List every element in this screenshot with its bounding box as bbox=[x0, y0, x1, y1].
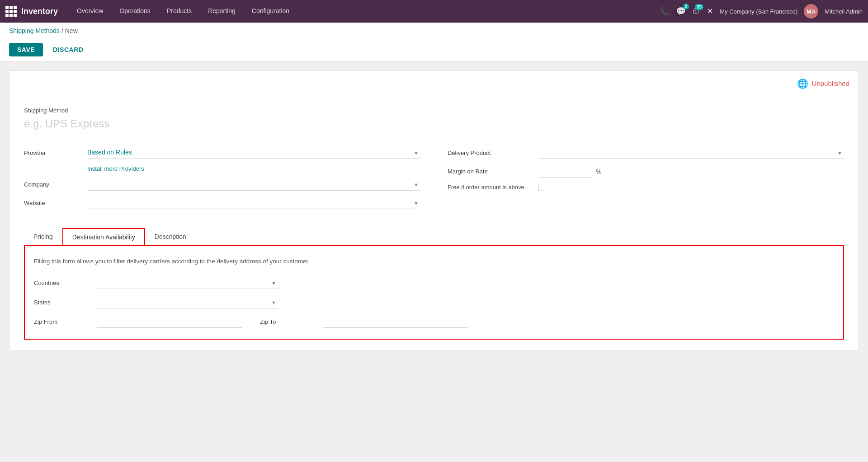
top-menu: Overview Operations Products Reporting C… bbox=[69, 0, 660, 23]
margin-rate-row: Margin on Rate 0.00 % bbox=[448, 165, 844, 177]
zip-to-input[interactable] bbox=[323, 316, 468, 328]
right-column: Delivery Product ▼ Margin on Rate 0.00 bbox=[448, 147, 844, 215]
main-content: 🌐 Unpublished Shipping Method Provider bbox=[0, 61, 868, 360]
tab-description[interactable]: Description bbox=[145, 228, 196, 245]
shipping-method-label: Shipping Method bbox=[24, 107, 844, 114]
messages-icon[interactable]: 💬 2 bbox=[676, 6, 686, 16]
margin-rate-field: 0.00 % bbox=[538, 165, 844, 177]
app-name[interactable]: Inventory bbox=[21, 7, 58, 16]
timer-badge: 39 bbox=[695, 4, 703, 10]
company-label: Company bbox=[24, 181, 87, 188]
free-if-field bbox=[538, 184, 844, 191]
website-select[interactable] bbox=[87, 197, 420, 209]
menu-operations[interactable]: Operations bbox=[111, 0, 158, 23]
unpublished-label: Unpublished bbox=[812, 79, 849, 87]
zip-from-label: Zip From bbox=[34, 318, 97, 325]
form-grid: Provider Based on Rules ▼ Install more P… bbox=[24, 147, 844, 215]
company-row: Company ▼ bbox=[24, 178, 420, 191]
tab-destination-availability[interactable]: Destination Availability bbox=[62, 228, 145, 245]
zip-to-pair: Zip To bbox=[260, 316, 468, 328]
company-name[interactable]: My Company (San Francisco) bbox=[720, 8, 797, 15]
menu-reporting[interactable]: Reporting bbox=[200, 0, 244, 23]
discard-button[interactable]: DISCARD bbox=[47, 43, 89, 56]
left-column: Provider Based on Rules ▼ Install more P… bbox=[24, 147, 420, 215]
shipping-method-input[interactable] bbox=[24, 116, 368, 134]
messages-badge: 2 bbox=[683, 4, 689, 9]
countries-row: Countries ▼ bbox=[34, 277, 834, 289]
breadcrumb-bar: Shipping Methods / New bbox=[0, 23, 868, 39]
username[interactable]: Mitchell Admin bbox=[825, 8, 863, 15]
menu-overview[interactable]: Overview bbox=[69, 0, 111, 23]
breadcrumb-parent[interactable]: Shipping Methods bbox=[9, 27, 60, 34]
website-row: Website ▼ bbox=[24, 197, 420, 209]
delivery-product-row: Delivery Product ▼ bbox=[448, 147, 844, 159]
website-label: Website bbox=[24, 200, 87, 206]
destination-availability-content: Filling this form allows you to filter d… bbox=[24, 245, 844, 340]
states-label: States bbox=[34, 299, 97, 306]
install-providers-link[interactable]: Install more Providers bbox=[87, 165, 420, 172]
zip-row: Zip From Zip To bbox=[34, 316, 834, 328]
tab-pricing[interactable]: Pricing bbox=[24, 228, 62, 245]
avatar[interactable]: MA bbox=[804, 4, 818, 19]
breadcrumb-current: New bbox=[65, 27, 78, 34]
timer-icon[interactable]: ⏱ 39 bbox=[692, 7, 700, 16]
provider-row: Provider Based on Rules ▼ bbox=[24, 147, 420, 159]
company-select[interactable] bbox=[87, 178, 420, 191]
avatar-initials: MA bbox=[807, 8, 816, 15]
breadcrumb: Shipping Methods / New bbox=[9, 27, 78, 34]
margin-rate-label: Margin on Rate bbox=[448, 168, 538, 175]
close-icon[interactable]: ✕ bbox=[707, 6, 713, 16]
menu-configuration[interactable]: Configuration bbox=[244, 0, 297, 23]
delivery-product-field: ▼ bbox=[538, 147, 844, 159]
percent-label: % bbox=[596, 168, 601, 175]
countries-label: Countries bbox=[34, 280, 97, 286]
countries-field: ▼ bbox=[97, 277, 278, 289]
countries-select[interactable] bbox=[97, 277, 278, 289]
zip-from-pair: Zip From bbox=[34, 316, 242, 328]
company-field: ▼ bbox=[87, 178, 420, 191]
globe-icon: 🌐 bbox=[797, 78, 808, 89]
website-field: ▼ bbox=[87, 197, 420, 209]
free-if-row: Free if order amount is above bbox=[448, 184, 844, 191]
delivery-product-select[interactable] bbox=[538, 147, 844, 159]
margin-input[interactable]: 0.00 bbox=[538, 165, 592, 177]
states-field: ▼ bbox=[97, 296, 278, 308]
form-card-header: 🌐 Unpublished bbox=[9, 71, 859, 96]
save-button[interactable]: SAVE bbox=[9, 43, 43, 56]
provider-field: Based on Rules ▼ bbox=[87, 147, 420, 159]
states-select[interactable] bbox=[97, 296, 278, 308]
apps-grid-icon[interactable] bbox=[5, 6, 17, 17]
free-if-checkbox[interactable] bbox=[538, 184, 545, 191]
form-body: Shipping Method Provider Based on Rules … bbox=[9, 96, 859, 350]
form-card: 🌐 Unpublished Shipping Method Provider bbox=[9, 70, 859, 351]
tabs-bar: Pricing Destination Availability Descrip… bbox=[24, 228, 844, 245]
unpublished-button[interactable]: 🌐 Unpublished bbox=[797, 78, 849, 89]
action-bar: SAVE DISCARD bbox=[0, 39, 868, 61]
menu-products[interactable]: Products bbox=[159, 0, 200, 23]
zip-to-label: Zip To bbox=[260, 318, 323, 325]
top-nav-right: 📞 💬 2 ⏱ 39 ✕ My Company (San Francisco) … bbox=[660, 4, 863, 19]
destination-info-text: Filling this form allows you to filter d… bbox=[34, 257, 834, 266]
top-navigation: Inventory Overview Operations Products R… bbox=[0, 0, 868, 23]
provider-select[interactable]: Based on Rules bbox=[87, 147, 420, 159]
states-row: States ▼ bbox=[34, 296, 834, 308]
phone-icon[interactable]: 📞 bbox=[660, 6, 670, 16]
delivery-product-label: Delivery Product bbox=[448, 149, 538, 156]
breadcrumb-separator: / bbox=[60, 27, 65, 34]
provider-label: Provider bbox=[24, 149, 87, 156]
free-if-label: Free if order amount is above bbox=[448, 184, 538, 191]
zip-from-input[interactable] bbox=[97, 316, 242, 328]
